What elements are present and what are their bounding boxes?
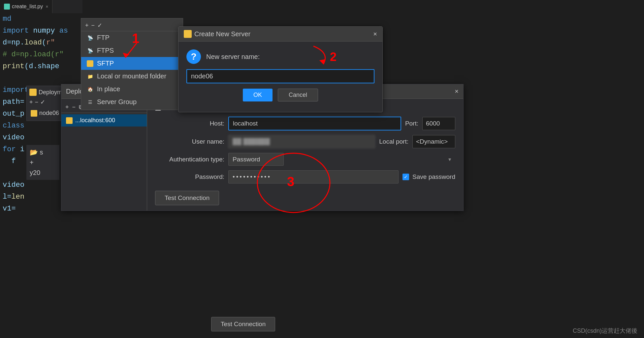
dialog-buttons: OK Cancel: [186, 89, 374, 104]
remove-server-button[interactable]: −: [91, 22, 95, 29]
auth-type-label: Authentication type:: [155, 156, 224, 163]
confirm-server-button[interactable]: ✓: [97, 22, 102, 29]
tab-filename: create_list.py: [12, 4, 43, 10]
server-group-icon: ☰: [86, 99, 94, 106]
dialog-question-row: ? New server name:: [186, 49, 374, 64]
menu-item-sftp[interactable]: SFTP: [81, 57, 183, 70]
menu-item-inplace[interactable]: 🏠 In place: [81, 83, 183, 96]
menu-item-local[interactable]: 📁 Local or mounted folder: [81, 70, 183, 83]
dialog-title: Create New Server: [194, 30, 250, 38]
server-name-input[interactable]: [186, 69, 374, 83]
sidebar-item-icon-1: 📂: [30, 149, 38, 156]
config-nav-item-node06[interactable]: ...localhost:600: [61, 114, 147, 127]
username-label: User name:: [155, 138, 224, 145]
host-input[interactable]: [228, 117, 401, 130]
save-password-checkbox[interactable]: ✓: [402, 174, 409, 180]
inplace-icon: 🏠: [86, 86, 94, 93]
auth-type-wrapper: Password Key pair OpenSSH config ▼: [228, 153, 455, 166]
menu-inplace-label: In place: [97, 85, 120, 93]
menu-local-label: Local or mounted folder: [97, 72, 166, 80]
auth-type-select[interactable]: Password Key pair OpenSSH config: [228, 153, 284, 166]
local-port-input[interactable]: [412, 135, 455, 148]
config-nav-node-icon: [66, 117, 73, 124]
port-group: Port:: [405, 117, 455, 130]
menu-sftp-label: SFTP: [97, 60, 114, 67]
config-nav-remove-button[interactable]: −: [72, 103, 76, 111]
menu-item-server-group[interactable]: ☰ Server Group: [81, 96, 183, 108]
config-nav: + − ⧉ ✎ ...localhost:600: [61, 99, 147, 211]
ok-button[interactable]: OK: [243, 89, 273, 101]
local-port-label: Local port:: [379, 138, 408, 145]
dep-add-button[interactable]: +: [29, 99, 33, 106]
tab-bar: create_list.py ×: [0, 0, 82, 13]
host-label: Host:: [155, 120, 224, 127]
sidebar-label-2: +: [30, 159, 34, 166]
config-close-button[interactable]: ×: [455, 88, 459, 95]
save-password-row: ✓ Save password: [402, 173, 455, 181]
dropdown-toolbar: + − ✓: [81, 20, 183, 31]
dep-check-button[interactable]: ✓: [40, 99, 45, 106]
password-input[interactable]: [228, 170, 399, 183]
sidebar-panel: 📂 s + y20: [26, 145, 59, 180]
config-body: + − ⧉ ✎ ...localhost:600 Visible only fo…: [61, 99, 463, 211]
sidebar-label-3: y20: [30, 169, 40, 176]
sidebar-item-1[interactable]: 📂 s: [28, 147, 57, 157]
username-row: User name: Local port:: [155, 135, 455, 148]
port-input[interactable]: [422, 117, 455, 130]
username-input[interactable]: [228, 135, 375, 148]
host-row: Host: Port:: [155, 117, 455, 130]
local-folder-icon: 📁: [86, 73, 94, 80]
menu-item-ftp[interactable]: 📡 FTP: [81, 31, 183, 44]
menu-ftps-label: FTPS: [97, 47, 114, 54]
config-nav-item-label: ...localhost:600: [75, 117, 115, 124]
bottom-test-connection-button[interactable]: Test Connection: [211, 317, 275, 331]
sidebar-item-3[interactable]: y20: [28, 168, 57, 178]
auth-type-row: Authentication type: Password Key pair O…: [155, 153, 455, 166]
watermark: CSD(csdn)运营赶大佬後: [573, 327, 637, 335]
dialog-close-button[interactable]: ×: [373, 30, 377, 38]
dialog-body: ? New server name: OK Cancel: [178, 42, 382, 112]
add-server-button[interactable]: +: [85, 22, 89, 29]
menu-item-ftps[interactable]: 📡 FTPS: [81, 44, 183, 57]
tab-file-icon: [4, 4, 10, 10]
config-form: Visible only for this project Host: Port…: [147, 99, 463, 211]
save-password-label: Save password: [412, 173, 455, 181]
password-row: Password: ✓ Save password: [155, 170, 455, 183]
server-type-dropdown: + − ✓ 📡 FTP 📡 FTPS SFTP 📁 Local or mount…: [81, 18, 183, 110]
dialog-server-icon: [184, 30, 192, 38]
password-label: Password:: [155, 173, 224, 181]
test-connection-button[interactable]: Test Connection: [155, 191, 219, 205]
create-server-dialog: Create New Server × ? New server name: O…: [178, 26, 383, 112]
local-port-group: Local port:: [379, 135, 455, 148]
sidebar-item-2[interactable]: +: [28, 157, 57, 168]
ftps-icon: 📡: [86, 47, 94, 54]
dep-remove-button[interactable]: −: [35, 99, 39, 106]
sftp-icon: [86, 60, 94, 67]
deployment-icon: [29, 89, 37, 96]
auth-type-arrow-icon: ▼: [447, 157, 452, 162]
question-icon: ?: [186, 49, 201, 64]
tab-create-list[interactable]: create_list.py ×: [0, 0, 52, 13]
port-label: Port:: [405, 120, 418, 127]
menu-server-group-label: Server Group: [97, 98, 137, 106]
dialog-title-bar: Create New Server ×: [178, 27, 382, 42]
node-label: node06: [39, 110, 59, 117]
node-icon: [31, 110, 37, 117]
cancel-button[interactable]: Cancel: [278, 89, 318, 101]
dialog-server-name-label: New server name:: [206, 53, 260, 61]
tab-close-button[interactable]: ×: [46, 4, 48, 9]
ftp-icon: 📡: [86, 34, 94, 42]
sidebar-label-1: s: [40, 149, 43, 156]
config-nav-add-button[interactable]: +: [65, 103, 69, 111]
menu-ftp-label: FTP: [97, 34, 110, 42]
